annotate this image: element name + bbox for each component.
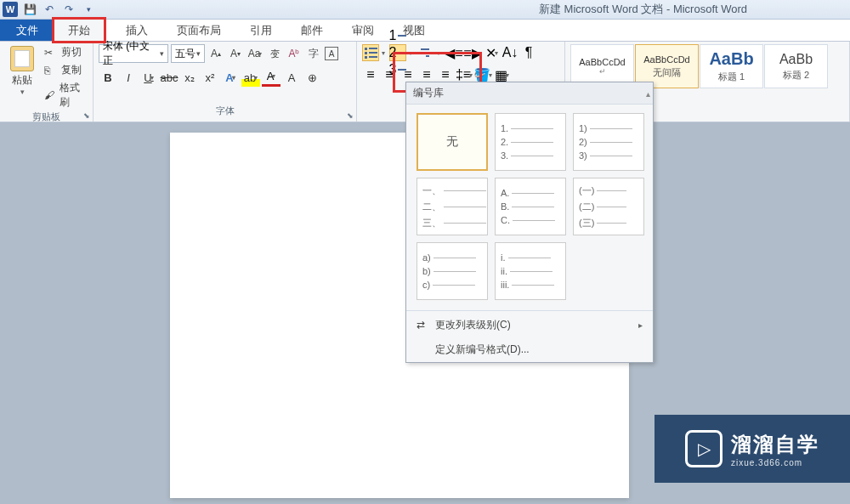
- watermark-title: 溜溜自学: [731, 431, 819, 458]
- grow-font-button[interactable]: A▴: [207, 45, 224, 62]
- sort-button[interactable]: A↓: [502, 44, 518, 61]
- subscript-button[interactable]: x₂: [180, 68, 199, 87]
- font-launcher-icon[interactable]: ⬊: [347, 111, 354, 120]
- style-heading2[interactable]: AaBb 标题 2: [764, 44, 828, 88]
- cut-button[interactable]: ✂ 剪切: [42, 44, 88, 60]
- line-spacing-button[interactable]: ‡≡▾: [456, 66, 473, 83]
- tab-review[interactable]: 审阅: [337, 20, 388, 41]
- align-right-button[interactable]: ≡: [400, 66, 416, 83]
- watermark-banner: ▷ 溜溜自学 zixue.3d66.com: [654, 415, 850, 483]
- numbering-option-6[interactable]: a) b) c): [416, 242, 488, 300]
- shading-button[interactable]: 🪣▾: [474, 66, 491, 83]
- window-title: 新建 Microsoft Word 文档 - Microsoft Word: [96, 2, 850, 17]
- asian-button[interactable]: ✕▾: [483, 44, 500, 61]
- text-effects-button[interactable]: A▾: [221, 68, 240, 87]
- watermark-url: zixue.3d66.com: [731, 458, 819, 467]
- superscript-button[interactable]: x²: [201, 68, 219, 87]
- font-size-combo[interactable]: 五号▾: [171, 44, 205, 63]
- decrease-indent-button[interactable]: ◀≡: [445, 44, 462, 61]
- phonetic-button[interactable]: 变: [266, 45, 283, 62]
- paste-button[interactable]: 粘贴 ▾: [5, 44, 39, 110]
- define-new-format-item[interactable]: 定义新编号格式(D)...: [406, 337, 653, 362]
- dropdown-header: 编号库: [406, 82, 653, 105]
- tab-layout[interactable]: 页面布局: [162, 20, 235, 41]
- multilevel-button[interactable]: ▾: [416, 44, 434, 61]
- copy-icon: ⎘: [44, 65, 58, 76]
- align-center-button[interactable]: ≡: [381, 66, 398, 83]
- justify-button[interactable]: ≡: [418, 66, 435, 83]
- brush-icon: 🖌: [44, 89, 56, 101]
- char-shading-button[interactable]: A: [282, 68, 301, 87]
- font-name-combo[interactable]: 宋体 (中文正▾: [99, 44, 168, 63]
- borders-button[interactable]: ▦▾: [493, 66, 510, 83]
- numbering-option-2[interactable]: 1) 2) 3): [573, 113, 644, 171]
- numbering-none[interactable]: 无: [416, 113, 488, 171]
- change-case-button[interactable]: Aa▾: [246, 45, 264, 62]
- paste-icon: [10, 46, 34, 71]
- scissors-icon: ✂: [44, 47, 58, 59]
- tab-references[interactable]: 引用: [235, 20, 286, 41]
- undo-icon[interactable]: ↶: [42, 2, 57, 17]
- align-left-button[interactable]: ≡: [362, 66, 379, 83]
- group-clipboard: 粘贴 ▾ ✂ 剪切 ⎘ 复制 🖌 格式刷 剪贴板 ⬊: [0, 42, 94, 122]
- save-icon[interactable]: 💾: [22, 2, 37, 17]
- title-bar: W 💾 ↶ ↷ ▾ 新建 Microsoft Word 文档 - Microso…: [0, 0, 850, 20]
- change-list-level-item[interactable]: ⇄ 更改列表级别(C) ▸: [406, 313, 653, 337]
- increase-indent-button[interactable]: ≡▶: [464, 44, 481, 61]
- numbering-dropdown: 编号库 ▴ 无 1. 2. 3. 1) 2) 3) 一、 二、 三、 A. B.…: [405, 82, 654, 363]
- redo-icon[interactable]: ↷: [61, 2, 76, 17]
- group-label-font: 字体: [99, 105, 351, 119]
- italic-button[interactable]: I: [119, 68, 138, 87]
- numbering-option-1[interactable]: 1. 2. 3.: [495, 113, 566, 171]
- bullets-button[interactable]: ▾: [362, 44, 379, 61]
- qat-dropdown-icon[interactable]: ▾: [81, 2, 96, 17]
- scroll-up-icon[interactable]: ▴: [646, 89, 650, 99]
- distribute-button[interactable]: ≡: [437, 66, 454, 83]
- tab-file[interactable]: 文件: [0, 20, 54, 41]
- numbering-option-7[interactable]: i. ii. iii.: [495, 242, 566, 300]
- format-painter-button[interactable]: 🖌 格式刷: [42, 80, 88, 110]
- word-app-icon: W: [3, 2, 18, 17]
- clipboard-launcher-icon[interactable]: ⬊: [83, 111, 90, 120]
- show-marks-button[interactable]: ¶: [520, 44, 537, 61]
- style-heading1[interactable]: AaBb 标题 1: [700, 44, 763, 88]
- play-icon: ▷: [685, 430, 722, 467]
- numbering-option-3[interactable]: 一、 二、 三、: [416, 178, 488, 235]
- tab-mailings[interactable]: 邮件: [286, 20, 337, 41]
- group-font: 宋体 (中文正▾ 五号▾ A▴ A▾ Aa▾ 变 Aᵇ 字 A B I U▾ a…: [94, 42, 357, 122]
- numbering-button[interactable]: 123 ▾: [389, 44, 406, 61]
- shrink-font-button[interactable]: A▾: [227, 45, 244, 62]
- bold-button[interactable]: B: [99, 68, 117, 87]
- tab-home[interactable]: 开始: [52, 17, 106, 43]
- border-char-button[interactable]: A: [325, 47, 338, 60]
- highlight-button[interactable]: ab▾: [241, 68, 260, 87]
- enclose-button[interactable]: 字: [305, 45, 322, 62]
- clear-format-button[interactable]: Aᵇ: [286, 45, 303, 62]
- define-format-icon: [416, 343, 430, 357]
- tab-insert[interactable]: 插入: [111, 20, 162, 41]
- strikethrough-button[interactable]: abc: [160, 68, 178, 87]
- asian-layout-button[interactable]: ⊕: [303, 68, 321, 87]
- font-color-button[interactable]: A▾: [262, 68, 280, 87]
- copy-button[interactable]: ⎘ 复制: [42, 62, 88, 78]
- numbering-option-4[interactable]: A. B. C.: [495, 178, 566, 235]
- submenu-arrow-icon: ▸: [638, 320, 643, 330]
- numbering-option-5[interactable]: (一) (二) (三): [573, 178, 644, 235]
- underline-button[interactable]: U▾: [139, 68, 158, 87]
- list-level-icon: ⇄: [416, 319, 430, 332]
